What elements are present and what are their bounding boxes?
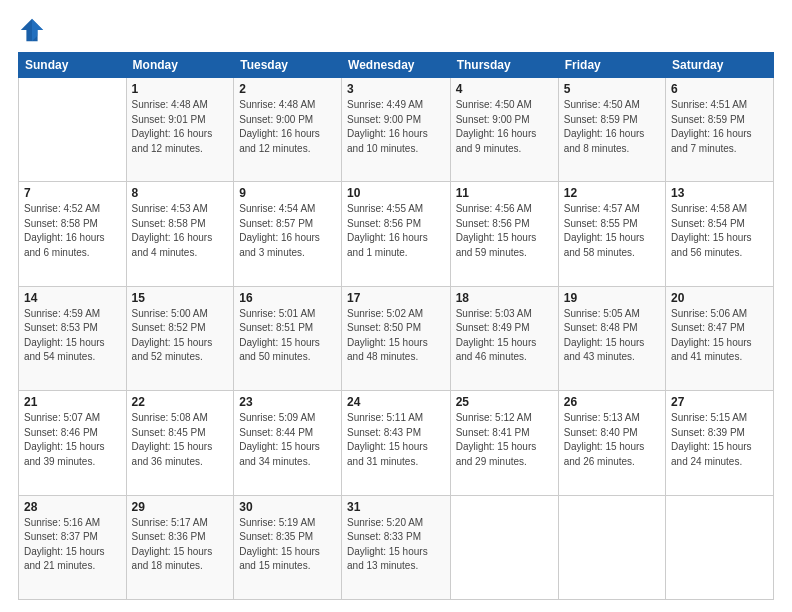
- day-info: Sunrise: 4:57 AM Sunset: 8:55 PM Dayligh…: [564, 202, 660, 260]
- calendar-header: SundayMondayTuesdayWednesdayThursdayFrid…: [19, 53, 774, 78]
- day-number: 20: [671, 291, 768, 305]
- calendar-cell: 5Sunrise: 4:50 AM Sunset: 8:59 PM Daylig…: [558, 78, 665, 182]
- day-number: 30: [239, 500, 336, 514]
- calendar-cell: 7Sunrise: 4:52 AM Sunset: 8:58 PM Daylig…: [19, 182, 127, 286]
- calendar-cell: 8Sunrise: 4:53 AM Sunset: 8:58 PM Daylig…: [126, 182, 234, 286]
- calendar-cell: [450, 495, 558, 599]
- day-number: 17: [347, 291, 445, 305]
- day-info: Sunrise: 4:54 AM Sunset: 8:57 PM Dayligh…: [239, 202, 336, 260]
- logo-icon: [18, 16, 46, 44]
- day-number: 23: [239, 395, 336, 409]
- day-info: Sunrise: 5:08 AM Sunset: 8:45 PM Dayligh…: [132, 411, 229, 469]
- weekday-header-saturday: Saturday: [666, 53, 774, 78]
- day-number: 14: [24, 291, 121, 305]
- day-number: 24: [347, 395, 445, 409]
- calendar-cell: 31Sunrise: 5:20 AM Sunset: 8:33 PM Dayli…: [342, 495, 451, 599]
- day-info: Sunrise: 4:59 AM Sunset: 8:53 PM Dayligh…: [24, 307, 121, 365]
- calendar-cell: 25Sunrise: 5:12 AM Sunset: 8:41 PM Dayli…: [450, 391, 558, 495]
- day-number: 13: [671, 186, 768, 200]
- day-info: Sunrise: 5:20 AM Sunset: 8:33 PM Dayligh…: [347, 516, 445, 574]
- day-number: 6: [671, 82, 768, 96]
- day-number: 22: [132, 395, 229, 409]
- calendar-cell: 23Sunrise: 5:09 AM Sunset: 8:44 PM Dayli…: [234, 391, 342, 495]
- day-info: Sunrise: 5:05 AM Sunset: 8:48 PM Dayligh…: [564, 307, 660, 365]
- calendar-week-3: 21Sunrise: 5:07 AM Sunset: 8:46 PM Dayli…: [19, 391, 774, 495]
- day-info: Sunrise: 4:50 AM Sunset: 8:59 PM Dayligh…: [564, 98, 660, 156]
- day-info: Sunrise: 4:49 AM Sunset: 9:00 PM Dayligh…: [347, 98, 445, 156]
- day-number: 9: [239, 186, 336, 200]
- day-info: Sunrise: 5:03 AM Sunset: 8:49 PM Dayligh…: [456, 307, 553, 365]
- weekday-header-thursday: Thursday: [450, 53, 558, 78]
- logo: [18, 16, 50, 44]
- calendar-cell: 2Sunrise: 4:48 AM Sunset: 9:00 PM Daylig…: [234, 78, 342, 182]
- day-info: Sunrise: 4:51 AM Sunset: 8:59 PM Dayligh…: [671, 98, 768, 156]
- day-info: Sunrise: 4:48 AM Sunset: 9:00 PM Dayligh…: [239, 98, 336, 156]
- day-number: 31: [347, 500, 445, 514]
- day-info: Sunrise: 4:56 AM Sunset: 8:56 PM Dayligh…: [456, 202, 553, 260]
- day-info: Sunrise: 5:13 AM Sunset: 8:40 PM Dayligh…: [564, 411, 660, 469]
- day-info: Sunrise: 5:00 AM Sunset: 8:52 PM Dayligh…: [132, 307, 229, 365]
- day-info: Sunrise: 5:17 AM Sunset: 8:36 PM Dayligh…: [132, 516, 229, 574]
- day-info: Sunrise: 5:02 AM Sunset: 8:50 PM Dayligh…: [347, 307, 445, 365]
- day-info: Sunrise: 4:48 AM Sunset: 9:01 PM Dayligh…: [132, 98, 229, 156]
- calendar-table: SundayMondayTuesdayWednesdayThursdayFrid…: [18, 52, 774, 600]
- day-number: 26: [564, 395, 660, 409]
- day-number: 3: [347, 82, 445, 96]
- day-number: 25: [456, 395, 553, 409]
- day-number: 15: [132, 291, 229, 305]
- day-number: 27: [671, 395, 768, 409]
- weekday-header-wednesday: Wednesday: [342, 53, 451, 78]
- calendar-week-4: 28Sunrise: 5:16 AM Sunset: 8:37 PM Dayli…: [19, 495, 774, 599]
- calendar-cell: 17Sunrise: 5:02 AM Sunset: 8:50 PM Dayli…: [342, 286, 451, 390]
- page: SundayMondayTuesdayWednesdayThursdayFrid…: [0, 0, 792, 612]
- calendar-week-2: 14Sunrise: 4:59 AM Sunset: 8:53 PM Dayli…: [19, 286, 774, 390]
- day-number: 7: [24, 186, 121, 200]
- calendar-cell: [558, 495, 665, 599]
- calendar-cell: 11Sunrise: 4:56 AM Sunset: 8:56 PM Dayli…: [450, 182, 558, 286]
- day-info: Sunrise: 5:16 AM Sunset: 8:37 PM Dayligh…: [24, 516, 121, 574]
- day-info: Sunrise: 4:50 AM Sunset: 9:00 PM Dayligh…: [456, 98, 553, 156]
- calendar-cell: 9Sunrise: 4:54 AM Sunset: 8:57 PM Daylig…: [234, 182, 342, 286]
- calendar-cell: 18Sunrise: 5:03 AM Sunset: 8:49 PM Dayli…: [450, 286, 558, 390]
- calendar-cell: 28Sunrise: 5:16 AM Sunset: 8:37 PM Dayli…: [19, 495, 127, 599]
- weekday-header-tuesday: Tuesday: [234, 53, 342, 78]
- day-info: Sunrise: 5:06 AM Sunset: 8:47 PM Dayligh…: [671, 307, 768, 365]
- day-info: Sunrise: 5:07 AM Sunset: 8:46 PM Dayligh…: [24, 411, 121, 469]
- calendar-cell: 3Sunrise: 4:49 AM Sunset: 9:00 PM Daylig…: [342, 78, 451, 182]
- calendar-week-0: 1Sunrise: 4:48 AM Sunset: 9:01 PM Daylig…: [19, 78, 774, 182]
- calendar-cell: 26Sunrise: 5:13 AM Sunset: 8:40 PM Dayli…: [558, 391, 665, 495]
- day-info: Sunrise: 5:19 AM Sunset: 8:35 PM Dayligh…: [239, 516, 336, 574]
- calendar-cell: 4Sunrise: 4:50 AM Sunset: 9:00 PM Daylig…: [450, 78, 558, 182]
- day-number: 10: [347, 186, 445, 200]
- calendar-cell: 20Sunrise: 5:06 AM Sunset: 8:47 PM Dayli…: [666, 286, 774, 390]
- day-number: 21: [24, 395, 121, 409]
- day-number: 29: [132, 500, 229, 514]
- day-number: 11: [456, 186, 553, 200]
- calendar-cell: 14Sunrise: 4:59 AM Sunset: 8:53 PM Dayli…: [19, 286, 127, 390]
- day-number: 5: [564, 82, 660, 96]
- calendar-cell: 30Sunrise: 5:19 AM Sunset: 8:35 PM Dayli…: [234, 495, 342, 599]
- calendar-cell: 12Sunrise: 4:57 AM Sunset: 8:55 PM Dayli…: [558, 182, 665, 286]
- day-number: 4: [456, 82, 553, 96]
- calendar-cell: 24Sunrise: 5:11 AM Sunset: 8:43 PM Dayli…: [342, 391, 451, 495]
- calendar-cell: 21Sunrise: 5:07 AM Sunset: 8:46 PM Dayli…: [19, 391, 127, 495]
- calendar-cell: 27Sunrise: 5:15 AM Sunset: 8:39 PM Dayli…: [666, 391, 774, 495]
- day-number: 18: [456, 291, 553, 305]
- day-info: Sunrise: 5:12 AM Sunset: 8:41 PM Dayligh…: [456, 411, 553, 469]
- calendar-body: 1Sunrise: 4:48 AM Sunset: 9:01 PM Daylig…: [19, 78, 774, 600]
- weekday-header-friday: Friday: [558, 53, 665, 78]
- calendar-cell: 29Sunrise: 5:17 AM Sunset: 8:36 PM Dayli…: [126, 495, 234, 599]
- calendar-cell: 13Sunrise: 4:58 AM Sunset: 8:54 PM Dayli…: [666, 182, 774, 286]
- day-number: 2: [239, 82, 336, 96]
- calendar-cell: 16Sunrise: 5:01 AM Sunset: 8:51 PM Dayli…: [234, 286, 342, 390]
- day-info: Sunrise: 5:11 AM Sunset: 8:43 PM Dayligh…: [347, 411, 445, 469]
- day-info: Sunrise: 4:55 AM Sunset: 8:56 PM Dayligh…: [347, 202, 445, 260]
- weekday-header-sunday: Sunday: [19, 53, 127, 78]
- day-number: 19: [564, 291, 660, 305]
- day-info: Sunrise: 4:52 AM Sunset: 8:58 PM Dayligh…: [24, 202, 121, 260]
- weekday-header-row: SundayMondayTuesdayWednesdayThursdayFrid…: [19, 53, 774, 78]
- day-info: Sunrise: 4:58 AM Sunset: 8:54 PM Dayligh…: [671, 202, 768, 260]
- header: [18, 16, 774, 44]
- weekday-header-monday: Monday: [126, 53, 234, 78]
- calendar-cell: 1Sunrise: 4:48 AM Sunset: 9:01 PM Daylig…: [126, 78, 234, 182]
